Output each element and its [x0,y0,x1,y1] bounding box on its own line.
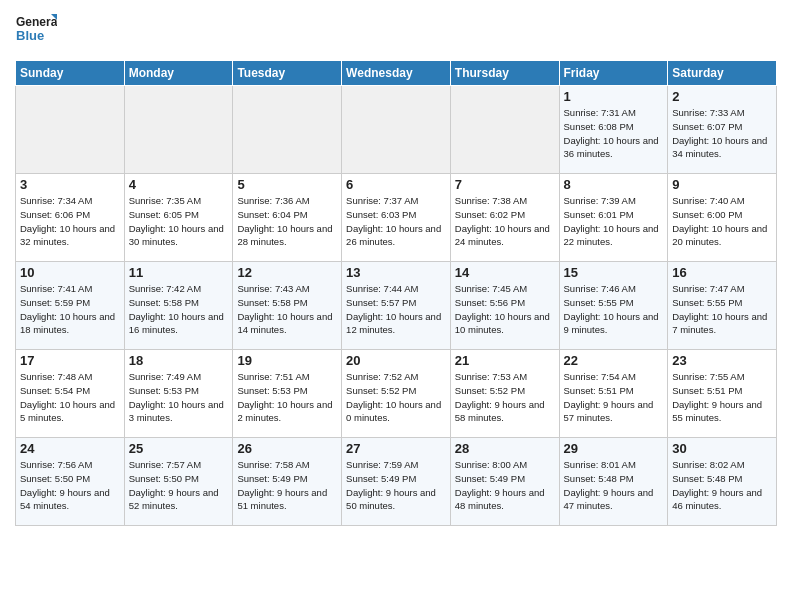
calendar-day-cell: 7Sunrise: 7:38 AMSunset: 6:02 PMDaylight… [450,174,559,262]
day-number: 1 [564,89,664,104]
calendar-day-cell [450,86,559,174]
day-number: 22 [564,353,664,368]
calendar-week-row: 17Sunrise: 7:48 AMSunset: 5:54 PMDayligh… [16,350,777,438]
calendar-day-cell: 22Sunrise: 7:54 AMSunset: 5:51 PMDayligh… [559,350,668,438]
day-info: Sunrise: 7:42 AMSunset: 5:58 PMDaylight:… [129,282,229,337]
calendar-day-cell: 11Sunrise: 7:42 AMSunset: 5:58 PMDayligh… [124,262,233,350]
weekday-header: Tuesday [233,61,342,86]
calendar-day-cell [233,86,342,174]
day-info: Sunrise: 7:43 AMSunset: 5:58 PMDaylight:… [237,282,337,337]
day-info: Sunrise: 7:51 AMSunset: 5:53 PMDaylight:… [237,370,337,425]
day-number: 6 [346,177,446,192]
calendar-day-cell: 5Sunrise: 7:36 AMSunset: 6:04 PMDaylight… [233,174,342,262]
day-info: Sunrise: 7:31 AMSunset: 6:08 PMDaylight:… [564,106,664,161]
day-number: 20 [346,353,446,368]
day-number: 15 [564,265,664,280]
calendar-day-cell: 10Sunrise: 7:41 AMSunset: 5:59 PMDayligh… [16,262,125,350]
day-number: 21 [455,353,555,368]
weekday-header: Thursday [450,61,559,86]
day-info: Sunrise: 7:47 AMSunset: 5:55 PMDaylight:… [672,282,772,337]
calendar-day-cell: 12Sunrise: 7:43 AMSunset: 5:58 PMDayligh… [233,262,342,350]
day-info: Sunrise: 8:00 AMSunset: 5:49 PMDaylight:… [455,458,555,513]
logo-svg: General Blue [15,10,57,52]
day-info: Sunrise: 7:46 AMSunset: 5:55 PMDaylight:… [564,282,664,337]
day-info: Sunrise: 7:39 AMSunset: 6:01 PMDaylight:… [564,194,664,249]
day-number: 18 [129,353,229,368]
day-number: 24 [20,441,120,456]
main-container: General Blue SundayMondayTuesdayWednesda… [0,0,792,541]
day-number: 19 [237,353,337,368]
calendar-day-cell [16,86,125,174]
day-info: Sunrise: 7:54 AMSunset: 5:51 PMDaylight:… [564,370,664,425]
day-info: Sunrise: 7:55 AMSunset: 5:51 PMDaylight:… [672,370,772,425]
day-info: Sunrise: 7:48 AMSunset: 5:54 PMDaylight:… [20,370,120,425]
day-info: Sunrise: 7:40 AMSunset: 6:00 PMDaylight:… [672,194,772,249]
day-info: Sunrise: 7:35 AMSunset: 6:05 PMDaylight:… [129,194,229,249]
day-info: Sunrise: 7:58 AMSunset: 5:49 PMDaylight:… [237,458,337,513]
day-number: 16 [672,265,772,280]
calendar-week-row: 24Sunrise: 7:56 AMSunset: 5:50 PMDayligh… [16,438,777,526]
day-number: 27 [346,441,446,456]
calendar-day-cell: 4Sunrise: 7:35 AMSunset: 6:05 PMDaylight… [124,174,233,262]
calendar-day-cell: 30Sunrise: 8:02 AMSunset: 5:48 PMDayligh… [668,438,777,526]
calendar-day-cell: 23Sunrise: 7:55 AMSunset: 5:51 PMDayligh… [668,350,777,438]
calendar-day-cell: 17Sunrise: 7:48 AMSunset: 5:54 PMDayligh… [16,350,125,438]
day-number: 3 [20,177,120,192]
calendar-week-row: 10Sunrise: 7:41 AMSunset: 5:59 PMDayligh… [16,262,777,350]
calendar-week-row: 1Sunrise: 7:31 AMSunset: 6:08 PMDaylight… [16,86,777,174]
calendar-day-cell: 25Sunrise: 7:57 AMSunset: 5:50 PMDayligh… [124,438,233,526]
day-number: 28 [455,441,555,456]
day-number: 5 [237,177,337,192]
day-number: 25 [129,441,229,456]
weekday-header-row: SundayMondayTuesdayWednesdayThursdayFrid… [16,61,777,86]
day-info: Sunrise: 7:37 AMSunset: 6:03 PMDaylight:… [346,194,446,249]
calendar-day-cell: 16Sunrise: 7:47 AMSunset: 5:55 PMDayligh… [668,262,777,350]
day-info: Sunrise: 8:01 AMSunset: 5:48 PMDaylight:… [564,458,664,513]
day-number: 17 [20,353,120,368]
calendar-day-cell: 28Sunrise: 8:00 AMSunset: 5:49 PMDayligh… [450,438,559,526]
weekday-header: Saturday [668,61,777,86]
day-info: Sunrise: 8:02 AMSunset: 5:48 PMDaylight:… [672,458,772,513]
day-number: 30 [672,441,772,456]
calendar-day-cell: 14Sunrise: 7:45 AMSunset: 5:56 PMDayligh… [450,262,559,350]
day-number: 11 [129,265,229,280]
calendar-day-cell: 6Sunrise: 7:37 AMSunset: 6:03 PMDaylight… [342,174,451,262]
calendar-day-cell: 13Sunrise: 7:44 AMSunset: 5:57 PMDayligh… [342,262,451,350]
day-number: 4 [129,177,229,192]
day-info: Sunrise: 7:49 AMSunset: 5:53 PMDaylight:… [129,370,229,425]
day-number: 7 [455,177,555,192]
weekday-header: Monday [124,61,233,86]
day-info: Sunrise: 7:44 AMSunset: 5:57 PMDaylight:… [346,282,446,337]
logo-graphic: General Blue [15,10,57,52]
day-info: Sunrise: 7:56 AMSunset: 5:50 PMDaylight:… [20,458,120,513]
calendar-table: SundayMondayTuesdayWednesdayThursdayFrid… [15,60,777,526]
calendar-day-cell: 1Sunrise: 7:31 AMSunset: 6:08 PMDaylight… [559,86,668,174]
page-header: General Blue [15,10,777,52]
calendar-day-cell: 8Sunrise: 7:39 AMSunset: 6:01 PMDaylight… [559,174,668,262]
day-info: Sunrise: 7:38 AMSunset: 6:02 PMDaylight:… [455,194,555,249]
day-number: 9 [672,177,772,192]
calendar-day-cell: 3Sunrise: 7:34 AMSunset: 6:06 PMDaylight… [16,174,125,262]
day-number: 23 [672,353,772,368]
calendar-day-cell: 9Sunrise: 7:40 AMSunset: 6:00 PMDaylight… [668,174,777,262]
calendar-day-cell: 21Sunrise: 7:53 AMSunset: 5:52 PMDayligh… [450,350,559,438]
day-number: 26 [237,441,337,456]
day-info: Sunrise: 7:59 AMSunset: 5:49 PMDaylight:… [346,458,446,513]
day-number: 2 [672,89,772,104]
day-number: 29 [564,441,664,456]
day-info: Sunrise: 7:57 AMSunset: 5:50 PMDaylight:… [129,458,229,513]
day-number: 12 [237,265,337,280]
day-info: Sunrise: 7:52 AMSunset: 5:52 PMDaylight:… [346,370,446,425]
calendar-day-cell [124,86,233,174]
day-number: 10 [20,265,120,280]
calendar-day-cell: 29Sunrise: 8:01 AMSunset: 5:48 PMDayligh… [559,438,668,526]
calendar-day-cell: 2Sunrise: 7:33 AMSunset: 6:07 PMDaylight… [668,86,777,174]
day-number: 14 [455,265,555,280]
calendar-day-cell: 18Sunrise: 7:49 AMSunset: 5:53 PMDayligh… [124,350,233,438]
day-info: Sunrise: 7:53 AMSunset: 5:52 PMDaylight:… [455,370,555,425]
calendar-day-cell: 15Sunrise: 7:46 AMSunset: 5:55 PMDayligh… [559,262,668,350]
day-number: 13 [346,265,446,280]
day-info: Sunrise: 7:34 AMSunset: 6:06 PMDaylight:… [20,194,120,249]
svg-text:Blue: Blue [16,28,44,43]
day-info: Sunrise: 7:45 AMSunset: 5:56 PMDaylight:… [455,282,555,337]
